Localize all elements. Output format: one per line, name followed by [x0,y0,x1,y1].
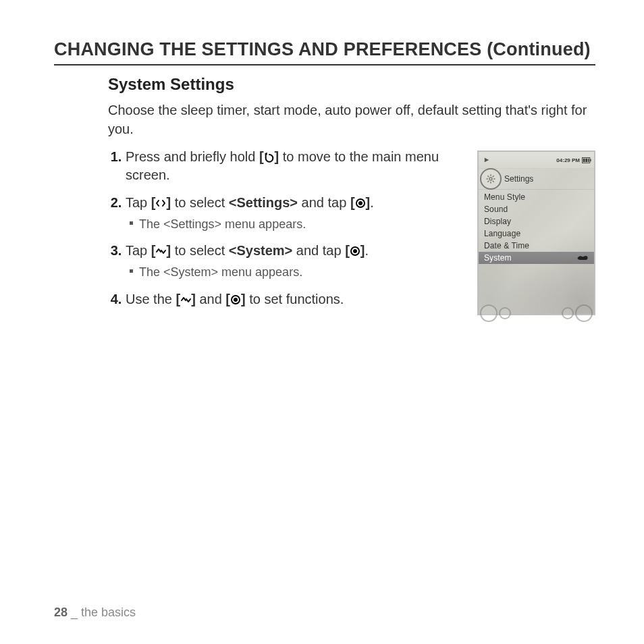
step-text: to select [175,195,229,210]
device-menu-label: System [484,253,512,263]
target-label: <System> [229,243,293,258]
bracket: [ [350,195,355,210]
bracket: ] [191,292,196,306]
device-screen-title: Settings [504,174,533,184]
bracket: [ [151,243,156,258]
svg-point-3 [353,249,357,253]
svg-rect-7 [590,159,591,162]
svg-line-16 [487,176,489,177]
svg-point-5 [234,298,238,302]
device-menu-label: Menu Style [484,192,525,202]
step-text: Press and briefly hold [126,149,259,164]
svg-line-19 [493,176,494,177]
step-text: and tap [292,243,345,258]
step-text: Use the [126,292,176,306]
step-text: Tap [126,243,151,258]
step-text: to set functions. [246,292,344,306]
instruction-list: Press and briefly hold [] to move to the… [108,148,462,318]
step-3: Tap [] to select <System> and tap []. Th… [126,242,462,280]
svg-rect-9 [585,159,587,162]
device-menu-label: Display [484,217,511,226]
pointer-hand-icon [576,254,589,262]
up-down-icon [180,294,191,305]
bracket: [ [345,243,350,258]
device-menu-item: Display [479,215,594,227]
device-menu-item: System [479,252,594,264]
step-text: and [199,292,225,306]
bracket: ] [166,243,171,258]
step-4: Use the [] and [] to set functions. [126,290,462,308]
step-text: . [370,195,374,210]
bracket: ] [166,195,171,210]
up-down-icon [155,246,166,257]
device-illustration: 04:29 PM Settings Menu StyleSoundDisplay… [477,151,595,315]
bracket: [ [225,292,230,306]
footer-sep: _ [68,606,81,619]
svg-line-17 [493,181,494,182]
device-menu-item: Language [479,227,594,240]
select-dot-icon [350,246,360,257]
page-footer: 28 _ the basics [54,606,136,620]
svg-rect-8 [583,159,585,162]
section-subtitle: System Settings [108,75,595,94]
device-menu-label: Language [484,229,520,238]
device-menu-label: Sound [484,205,508,214]
bracket: ] [275,149,279,164]
device-menu-label: Date & Time [484,241,529,250]
battery-icon [582,157,591,163]
back-icon [264,152,275,163]
device-menu-item: Date & Time [479,240,594,252]
gear-icon [480,168,502,190]
step-text: to select [175,243,229,258]
play-indicator-icon [484,157,489,163]
device-time: 04:29 PM [556,157,580,163]
device-menu-item: Menu Style [479,191,594,203]
select-dot-icon [230,294,241,305]
svg-point-11 [489,178,492,180]
step-2: Tap [] to select <Settings> and tap []. … [126,194,462,232]
footer-section: the basics [81,606,136,619]
svg-point-1 [358,201,363,205]
left-right-icon [155,198,166,209]
bracket: [ [151,195,156,210]
bracket: [ [259,149,264,164]
step-text: Tap [126,195,151,210]
device-menu-item: Sound [479,203,594,215]
step-text: and tap [298,195,350,210]
target-label: <Settings> [229,195,298,210]
device-header: Settings [479,169,594,190]
step-text: . [365,243,369,258]
bracket: ] [241,292,246,306]
svg-line-18 [487,181,489,182]
step-1: Press and briefly hold [] to move to the… [126,148,462,184]
bracket: [ [176,292,180,306]
svg-rect-10 [588,159,589,162]
select-dot-icon [355,198,366,209]
device-footer-decoration [479,286,594,314]
page-title: CHANGING THE SETTINGS AND PREFERENCES (C… [54,39,595,65]
intro-text: Choose the sleep timer, start mode, auto… [108,101,595,138]
device-menu: Menu StyleSoundDisplayLanguageDate & Tim… [479,190,594,264]
step-3-sub: The <System> menu appears. [130,264,462,280]
step-2-sub: The <Settings> menu appears. [130,216,462,232]
page-number: 28 [54,606,68,619]
device-status-bar: 04:29 PM [479,152,594,169]
